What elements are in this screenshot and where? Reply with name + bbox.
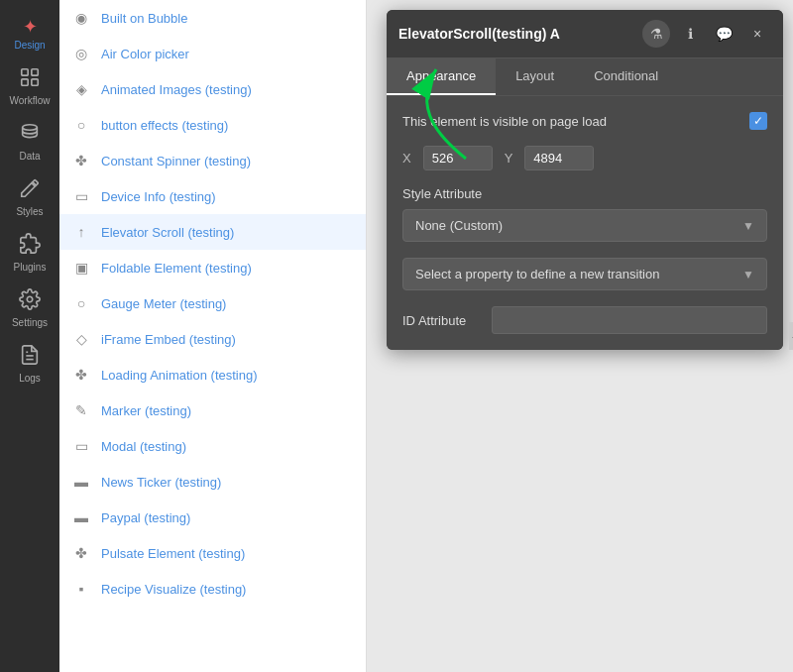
visible-checkbox[interactable]: ✓ [749,112,767,130]
plugin-name: Elevator Scroll (testing) [101,225,234,240]
plugin-name: iFrame Embed (testing) [101,332,236,347]
nav-styles[interactable]: Styles [0,169,59,225]
nav-logs-label: Logs [19,373,41,384]
logs-icon [19,344,41,371]
nav-plugins[interactable]: Plugins [0,225,59,280]
workflow-icon [19,66,41,93]
plugin-item[interactable]: ▬ News Ticker (testing) [59,464,366,500]
plugin-item[interactable]: ▣ Foldable Element (testing) [59,250,366,285]
nav-plugins-label: Plugins [14,262,47,273]
nav-logs[interactable]: Logs [0,336,59,392]
visible-row: This element is visible on page load ✓ [402,112,767,130]
plugin-name: Paypal (testing) [101,510,190,525]
id-attribute-row: ID Attribute [402,306,767,334]
close-icon[interactable]: × [743,20,771,48]
plugin-item[interactable]: ◉ Built on Bubble [59,0,366,36]
plugin-icon: ▬ [71,472,91,492]
style-dropdown-arrow: ▼ [742,219,754,233]
nav-workflow-label: Workflow [10,95,51,106]
plugin-name: Animated Images (testing) [101,82,252,97]
plugin-name: Recipe Visualize (testing) [101,582,246,597]
nav-styles-label: Styles [16,206,43,217]
nav-design[interactable]: ✦ Design [0,8,59,58]
plugin-name: News Ticker (testing) [101,475,221,490]
transition-dropdown-arrow: ▼ [742,268,754,281]
plugin-list: ◉ Built on Bubble ◎ Air Color picker ◈ A… [59,0,366,672]
nav-settings[interactable]: Settings [0,280,59,336]
svg-rect-2 [22,79,28,85]
plugin-item[interactable]: ◇ iFrame Embed (testing) [59,321,366,357]
modal-body: This element is visible on page load ✓ X… [387,96,783,350]
modal-header: ElevatorScroll(testing) A ⚗ ℹ 💬 × [387,10,783,58]
transition-placeholder: Select a property to define a new transi… [415,267,659,281]
svg-rect-0 [22,69,28,75]
id-attribute-input[interactable] [492,306,767,334]
plugin-name: Modal (testing) [101,439,186,454]
styles-icon [19,177,41,204]
plugin-item[interactable]: ▭ Modal (testing) [59,428,366,464]
svg-point-4 [23,125,38,131]
settings-icon [19,288,41,315]
y-label: Y [505,151,513,166]
plugin-item[interactable]: ○ button effects (testing) [59,107,366,143]
plugin-item[interactable]: ✎ Marker (testing) [59,392,366,428]
main-content: ElevatorScroll(testing) A ⚗ ℹ 💬 × Appear… [367,0,793,672]
y-input[interactable] [524,146,594,170]
plugin-icon: ◇ [71,329,91,349]
modal-tabs: Appearance Layout Conditional [387,58,783,96]
style-attribute-value: None (Custom) [415,218,503,233]
plugin-icon: ✤ [71,151,91,170]
plugin-item[interactable]: ✤ Loading Animation (testing) [59,357,366,392]
plugin-item[interactable]: ▪ Recipe Visualize (testing) [59,571,366,607]
plugin-name: Built on Bubble [101,11,187,26]
plugin-icon: ◎ [71,44,91,63]
transition-dropdown[interactable]: Select a property to define a new transi… [402,258,767,290]
xy-row: X Y [402,146,767,170]
flask-icon[interactable]: ⚗ [642,20,670,48]
tab-layout[interactable]: Layout [496,58,574,95]
plugin-name: Pulsate Element (testing) [101,546,245,561]
style-attribute-label: Style Attribute [402,186,767,201]
plugin-icon: ✤ [71,543,91,563]
plugin-item[interactable]: ✤ Constant Spinner (testing) [59,143,366,178]
plugin-item[interactable]: ✤ Pulsate Element (testing) [59,535,366,571]
plugin-icon: ✎ [71,400,91,420]
plugin-icon: ○ [71,115,91,135]
data-icon [19,122,41,149]
plugin-item[interactable]: ◎ Air Color picker [59,36,366,71]
plugin-name: Air Color picker [101,47,189,61]
plugin-sidebar: ◉ Built on Bubble ◎ Air Color picker ◈ A… [59,0,367,672]
plugin-name: Loading Animation (testing) [101,368,258,383]
nav-data-label: Data [19,151,40,162]
svg-rect-3 [32,79,38,85]
plugin-item[interactable]: ▬ Paypal (testing) [59,500,366,535]
plugin-icon: ✤ [71,365,91,385]
x-input[interactable] [423,146,493,170]
plugin-name: Marker (testing) [101,403,191,418]
info-icon[interactable]: ℹ [676,20,704,48]
plugin-name: Foldable Element (testing) [101,261,252,276]
nav-design-label: Design [14,40,45,51]
nav-data[interactable]: Data [0,114,59,169]
tab-conditional[interactable]: Conditional [574,58,678,95]
modal-header-icons: ⚗ ℹ 💬 × [642,20,771,48]
plugin-icon: ▭ [71,436,91,456]
tab-appearance[interactable]: Appearance [387,58,496,95]
nav-settings-label: Settings [12,317,48,328]
nav-workflow[interactable]: Workflow [0,58,59,114]
plugin-name: Constant Spinner (testing) [101,154,251,168]
left-sidebar: ✦ Design Workflow Data [0,0,59,672]
plugin-item[interactable]: ↑ Elevator Scroll (testing) [59,214,366,250]
plugin-icon: ▭ [71,186,91,206]
plugin-icon: ▪ [71,579,91,599]
plugin-item[interactable]: ▭ Device Info (testing) [59,178,366,214]
modal-panel: ElevatorScroll(testing) A ⚗ ℹ 💬 × Appear… [387,10,783,350]
plugins-icon [19,233,41,260]
plugin-icon: ▣ [71,258,91,278]
plugin-icon: ↑ [71,222,91,242]
plugin-name: Gauge Meter (testing) [101,296,226,311]
plugin-item[interactable]: ◈ Animated Images (testing) [59,71,366,107]
style-attribute-dropdown[interactable]: None (Custom) ▼ [402,209,767,242]
comment-icon[interactable]: 💬 [710,20,737,48]
plugin-item[interactable]: ○ Gauge Meter (testing) [59,285,366,321]
